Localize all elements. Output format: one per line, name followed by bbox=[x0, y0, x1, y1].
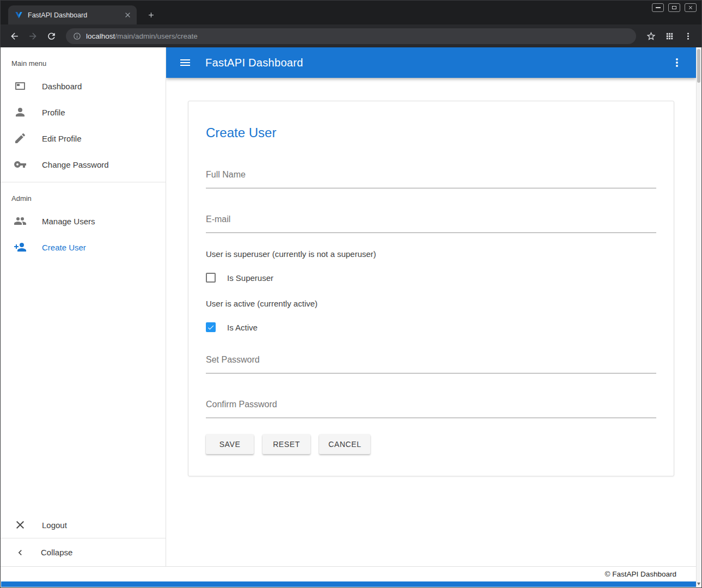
scrollbar-thumb[interactable] bbox=[697, 49, 700, 83]
sidebar-item-logout[interactable]: Logout bbox=[1, 512, 166, 538]
url-bar[interactable]: localhost /main/admin/users/create bbox=[66, 28, 636, 44]
form-actions: SAVE RESET CANCEL bbox=[206, 434, 656, 454]
kebab-menu-icon bbox=[670, 56, 683, 69]
hamburger-menu-button[interactable] bbox=[174, 52, 196, 74]
sidebar-item-label: Logout bbox=[42, 520, 67, 530]
sidebar-section-main-menu: Main menu bbox=[1, 47, 166, 73]
forward-arrow-icon bbox=[28, 31, 38, 41]
window-minimize-button[interactable] bbox=[652, 3, 664, 12]
back-button[interactable] bbox=[6, 28, 22, 44]
url-host: localhost bbox=[86, 32, 115, 40]
sidebar-section-admin: Admin bbox=[1, 182, 166, 208]
back-arrow-icon bbox=[9, 31, 20, 41]
browser-tab[interactable]: FastAPI Dashboard bbox=[8, 5, 137, 24]
reload-button[interactable] bbox=[43, 28, 59, 44]
sidebar-item-manage-users[interactable]: Manage Users bbox=[1, 208, 166, 234]
apps-icon bbox=[665, 32, 674, 41]
page-content: Create User User is superuser (currently… bbox=[166, 78, 696, 566]
person-icon bbox=[14, 106, 27, 119]
page-title: Create User bbox=[206, 125, 656, 140]
close-icon bbox=[688, 5, 693, 10]
email-input[interactable] bbox=[206, 213, 656, 233]
app-bar: FastAPI Dashboard bbox=[166, 47, 696, 78]
tab-close-icon[interactable] bbox=[123, 10, 132, 20]
sidebar-item-label: Change Password bbox=[42, 160, 109, 169]
full-name-field bbox=[206, 169, 656, 188]
sidebar-item-edit-profile[interactable]: Edit Profile bbox=[1, 125, 166, 151]
browser-menu-button[interactable] bbox=[680, 28, 696, 44]
hamburger-icon bbox=[179, 56, 192, 69]
appbar-menu-button[interactable] bbox=[666, 52, 688, 74]
sidebar-bottom: Logout Collapse bbox=[1, 512, 166, 566]
new-tab-button[interactable] bbox=[143, 7, 158, 22]
sidebar-item-label: Collapse bbox=[41, 548, 72, 557]
forward-button[interactable] bbox=[25, 28, 41, 44]
sidebar-item-collapse[interactable]: Collapse bbox=[1, 538, 166, 566]
person-add-icon bbox=[14, 241, 27, 254]
vuetify-logo-icon bbox=[15, 11, 23, 19]
confirm-password-field bbox=[206, 399, 656, 418]
minimize-icon bbox=[656, 7, 661, 8]
browser-titlebar: FastAPI Dashboard bbox=[1, 1, 701, 24]
active-hint: User is active (currently active) bbox=[206, 299, 656, 308]
sidebar-item-label: Create User bbox=[42, 243, 86, 252]
browser-window: FastAPI Dashboard bbox=[0, 0, 702, 588]
app-title: FastAPI Dashboard bbox=[205, 57, 303, 69]
cancel-button[interactable]: CANCEL bbox=[319, 434, 370, 454]
url-path: /main/admin/users/create bbox=[115, 32, 198, 40]
chevron-left-icon bbox=[15, 547, 26, 558]
copyright-text: © FastAPI Dashboard bbox=[605, 570, 676, 578]
sidebar-item-create-user[interactable]: Create User bbox=[1, 234, 166, 260]
people-icon bbox=[14, 215, 27, 228]
kebab-menu-icon bbox=[683, 31, 693, 41]
full-name-input[interactable] bbox=[206, 169, 656, 188]
superuser-hint: User is superuser (currently is not a su… bbox=[206, 249, 656, 259]
bookmark-star-button[interactable] bbox=[643, 28, 659, 44]
window-controls bbox=[652, 3, 697, 12]
is-active-checkbox[interactable] bbox=[206, 322, 216, 332]
url-text: localhost /main/admin/users/create bbox=[86, 32, 198, 40]
email-field bbox=[206, 213, 656, 233]
sidebar-item-label: Manage Users bbox=[42, 217, 95, 226]
save-button[interactable]: SAVE bbox=[206, 434, 254, 454]
window-close-button[interactable] bbox=[685, 3, 697, 12]
main-area: FastAPI Dashboard Create User User is su… bbox=[166, 47, 696, 566]
dashboard-icon bbox=[14, 79, 27, 93]
sidebar-item-change-password[interactable]: Change Password bbox=[1, 151, 166, 177]
sidebar-item-label: Dashboard bbox=[42, 82, 82, 91]
sidebar-item-label: Edit Profile bbox=[42, 134, 82, 143]
is-superuser-row[interactable]: Is Superuser bbox=[206, 273, 656, 283]
is-superuser-label: Is Superuser bbox=[227, 273, 273, 283]
page-footer: © FastAPI Dashboard bbox=[1, 566, 696, 581]
sidebar-item-label: Profile bbox=[42, 108, 65, 117]
reload-icon bbox=[46, 31, 57, 41]
sidebar: Main menu Dashboard Profile Edit Profile… bbox=[1, 47, 166, 566]
maximize-icon bbox=[672, 6, 676, 9]
footer-accent-strip bbox=[1, 581, 696, 587]
create-user-card: Create User User is superuser (currently… bbox=[188, 101, 674, 476]
pencil-icon bbox=[14, 132, 27, 145]
is-superuser-checkbox[interactable] bbox=[206, 273, 216, 283]
set-password-field bbox=[206, 354, 656, 373]
page-info-icon[interactable] bbox=[73, 32, 81, 40]
confirm-password-input[interactable] bbox=[206, 399, 656, 418]
sidebar-item-profile[interactable]: Profile bbox=[1, 99, 166, 125]
star-icon bbox=[646, 31, 656, 41]
checkmark-icon bbox=[207, 323, 215, 332]
window-maximize-button[interactable] bbox=[668, 3, 680, 12]
close-x-icon bbox=[14, 518, 27, 531]
browser-toolbar: localhost /main/admin/users/create bbox=[1, 24, 701, 47]
extensions-button[interactable] bbox=[661, 28, 677, 44]
key-icon bbox=[14, 158, 27, 171]
sidebar-item-dashboard[interactable]: Dashboard bbox=[1, 73, 166, 99]
set-password-input[interactable] bbox=[206, 354, 656, 373]
page-scrollbar[interactable] bbox=[696, 47, 701, 587]
reset-button[interactable]: RESET bbox=[263, 434, 310, 454]
is-active-label: Is Active bbox=[227, 323, 258, 332]
scrollbar-down-arrow-icon[interactable] bbox=[697, 583, 700, 585]
tab-title: FastAPI Dashboard bbox=[28, 11, 118, 19]
is-active-row[interactable]: Is Active bbox=[206, 322, 656, 332]
